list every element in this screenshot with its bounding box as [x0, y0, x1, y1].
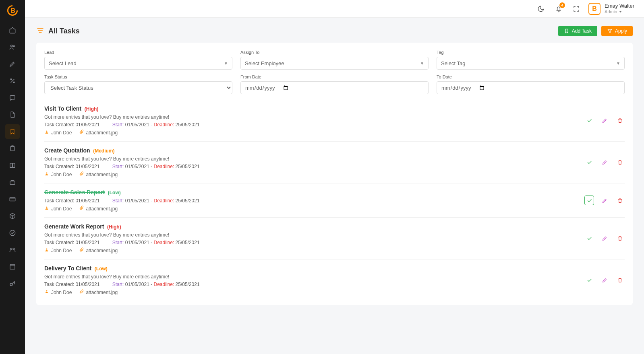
complete-task-button[interactable]: [584, 234, 594, 243]
delete-task-button[interactable]: [615, 158, 625, 167]
user-role: Admin: [605, 9, 634, 14]
delete-task-button[interactable]: [615, 276, 625, 285]
dark-mode-icon[interactable]: [535, 3, 547, 14]
task-assignee: John Doe: [44, 171, 72, 177]
svg-rect-13: [10, 265, 15, 269]
nav-percent-icon[interactable]: [5, 73, 20, 88]
chevron-down-icon: ▼: [616, 61, 620, 66]
task-row: Delivery To Client (Low) Got more entrie…: [44, 259, 625, 301]
apply-button[interactable]: Apply: [601, 26, 633, 36]
nav-chat-icon[interactable]: [5, 90, 20, 105]
user-menu[interactable]: B Emay Walter Admin: [588, 3, 634, 15]
edit-task-button[interactable]: [600, 196, 609, 205]
nav-file-icon[interactable]: [5, 107, 20, 122]
lead-select[interactable]: Select Lead▼: [44, 57, 232, 70]
complete-task-button[interactable]: [584, 276, 594, 285]
task-assignee: John Doe: [44, 206, 72, 212]
task-dates: Task Created: 01/05/2021 Start: 01/05/20…: [44, 282, 584, 287]
svg-point-18: [46, 249, 48, 250]
chevron-down-icon: ▼: [420, 61, 424, 66]
from-date-label: From Date: [240, 74, 429, 79]
nav-clipboard-icon[interactable]: [5, 141, 20, 156]
delete-task-button[interactable]: [615, 234, 625, 243]
notification-count: 4: [559, 2, 565, 8]
task-attachment[interactable]: attachment.jpg: [79, 289, 118, 295]
task-title: Create Quotation: [44, 147, 90, 154]
user-icon: [44, 247, 49, 253]
complete-task-button[interactable]: [584, 158, 594, 167]
tag-select[interactable]: Select Tag▼: [437, 57, 625, 70]
assign-to-select[interactable]: Select Employee▼: [240, 57, 429, 70]
task-attachment[interactable]: attachment.jpg: [79, 247, 118, 253]
edit-task-button[interactable]: [600, 116, 609, 126]
to-date-label: To Date: [437, 74, 625, 79]
nav-archive-icon[interactable]: [5, 259, 20, 274]
task-assignee: John Doe: [44, 289, 72, 295]
task-assignee: John Doe: [44, 130, 72, 136]
complete-task-button[interactable]: [584, 116, 594, 126]
task-desc: Got more entries that you love? Buy more…: [44, 114, 584, 120]
assign-to-label: Assign To: [240, 50, 429, 55]
svg-point-2: [13, 45, 14, 47]
lead-label: Lead: [44, 50, 232, 55]
svg-point-11: [10, 248, 12, 250]
paperclip-icon: [79, 171, 84, 177]
task-priority: (Low): [95, 266, 108, 272]
svg-point-17: [46, 207, 48, 208]
nav-box-icon[interactable]: [5, 208, 20, 224]
nav-edit-icon[interactable]: [5, 56, 20, 72]
nav-card-icon[interactable]: [5, 191, 20, 207]
brand-logo[interactable]: B: [2, 2, 23, 19]
notification-bell-icon[interactable]: 4: [553, 3, 564, 14]
fullscreen-icon[interactable]: [571, 3, 582, 14]
task-priority: (Low): [108, 190, 121, 196]
to-date-input[interactable]: [437, 81, 625, 94]
task-priority: (High): [85, 106, 99, 112]
svg-point-15: [46, 131, 48, 132]
nav-home-icon[interactable]: [5, 23, 20, 38]
filter-icon: [607, 28, 613, 34]
avatar: B: [588, 3, 601, 15]
delete-task-button[interactable]: [615, 196, 625, 205]
from-date-input[interactable]: [240, 81, 429, 94]
user-icon: [44, 171, 49, 177]
task-attachment[interactable]: attachment.jpg: [79, 206, 118, 212]
edit-task-button[interactable]: [600, 234, 609, 243]
nav-users-icon[interactable]: [5, 39, 20, 55]
nav-briefcase-icon[interactable]: [5, 175, 20, 190]
topbar: 4 B Emay Walter Admin: [25, 0, 644, 18]
sidebar: B: [0, 0, 25, 354]
sort-icon: [36, 27, 44, 36]
nav-bookmark-icon[interactable]: [5, 124, 20, 139]
nav-people-icon[interactable]: [5, 242, 20, 257]
svg-rect-8: [10, 181, 15, 184]
task-dates: Task Created: 01/05/2021 Start: 01/05/20…: [44, 164, 584, 169]
bookmark-icon: [564, 28, 569, 34]
complete-task-button[interactable]: [584, 196, 594, 205]
nav-check-icon[interactable]: [5, 225, 20, 241]
task-attachment[interactable]: attachment.jpg: [79, 171, 118, 177]
user-name: Emay Walter: [605, 3, 634, 9]
task-attachment[interactable]: attachment.jpg: [79, 130, 118, 136]
svg-point-16: [46, 173, 48, 174]
svg-rect-5: [10, 96, 15, 99]
nav-book-icon[interactable]: [5, 158, 20, 173]
delete-task-button[interactable]: [615, 116, 625, 126]
svg-point-4: [13, 82, 14, 83]
task-row: Visit To Client (High) Got more entries …: [44, 100, 625, 142]
task-status-select[interactable]: Select Task Status: [44, 81, 232, 94]
paperclip-icon: [79, 130, 84, 136]
svg-point-10: [10, 230, 15, 236]
edit-task-button[interactable]: [600, 276, 609, 285]
chevron-down-icon: ▼: [224, 61, 228, 66]
task-title: Visit To Client: [44, 105, 81, 112]
svg-rect-9: [10, 198, 15, 201]
edit-task-button[interactable]: [600, 158, 609, 167]
nav-key-icon[interactable]: [5, 276, 20, 291]
task-row: Generate Work Report (High) Got more ent…: [44, 218, 625, 259]
task-dates: Task Created: 01/05/2021 Start: 01/05/20…: [44, 240, 584, 245]
user-icon: [44, 206, 49, 212]
svg-point-3: [10, 79, 12, 80]
task-desc: Got more entries that you love? Buy more…: [44, 156, 584, 162]
add-task-button[interactable]: Add Task: [558, 26, 597, 36]
